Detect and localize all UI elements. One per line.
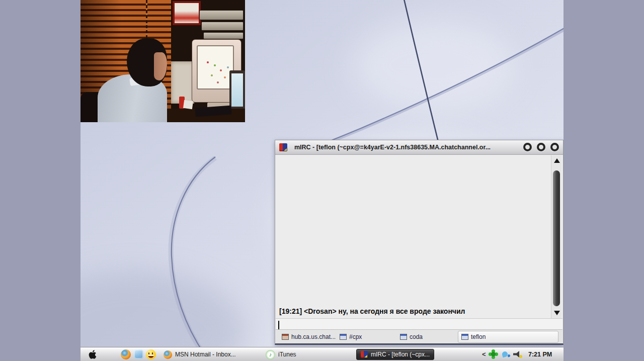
smiley-icon[interactable] [146,349,156,359]
firefox-icon [164,350,172,359]
chat-scrollbar[interactable] [551,155,561,318]
itunes-icon: ♪ [266,350,275,359]
switchbar-label: #cpx [349,333,362,340]
webcam-equipment-box [201,22,244,31]
firefox-icon[interactable] [121,349,131,359]
mirc-switchbar: hub.ca.us.chat... #cpx coda teflon [276,329,562,343]
maximize-button[interactable] [537,143,545,151]
smiley-eye [148,352,149,354]
desktop: mIRC - [teflon (~cpx@=k4yarE-v2-1.nfs386… [80,0,564,361]
tray-collapse-chevron-icon[interactable]: < [482,350,486,358]
smiley-mouth [148,355,154,358]
webcam-equipment-box [199,10,244,20]
green-flower-icon[interactable] [491,352,496,356]
mirc-icon[interactable] [279,143,287,151]
taskbar: MSN Hotmail - Inbox... ♪ iTunes mIRC - [… [80,347,564,361]
webcam-equipment-box [203,32,244,39]
webcam-video [80,0,245,122]
task-label: mIRC - [teflon (~cpx... [371,351,430,358]
switchbar-button-status[interactable]: hub.ca.us.chat... [282,331,336,343]
taskbar-task-msn-hotmail[interactable]: MSN Hotmail - Inbox... [164,349,236,360]
switchbar-label: hub.ca.us.chat... [291,333,336,340]
webcam-wall-poster [173,1,201,25]
blue-drops-icon[interactable] [502,351,508,357]
webcam-second-screen [231,73,243,107]
taskbar-task-itunes[interactable]: ♪ iTunes [266,349,296,360]
close-button[interactable] [550,143,559,151]
webcam-second-monitor [229,70,245,113]
speaker-badge [519,355,522,358]
switchbar-label: coda [410,333,423,340]
task-label: iTunes [278,351,296,358]
chat-message-area[interactable]: [19:21] <Drosan> ну, на сегодня я все вр… [276,155,550,318]
taskbar-task-mirc[interactable]: mIRC - [teflon (~cpx... [356,349,434,360]
window-title: mIRC - [teflon (~cpx@=k4yarE-v2-1.nfs386… [294,144,491,151]
window-controls [523,143,559,151]
webcam-crt-screen [197,45,234,89]
task-label: MSN Hotmail - Inbox... [175,351,236,358]
switchbar-button-teflon[interactable]: teflon [458,331,558,343]
mirc-icon [361,351,368,358]
scroll-up-icon[interactable] [554,158,560,163]
minimize-button[interactable] [523,143,532,151]
webcam-screen-content [207,61,209,63]
mirc-titlebar[interactable]: mIRC - [teflon (~cpx@=k4yarE-v2-1.nfs386… [275,140,563,155]
chat-message: [19:21] <Drosan> ну, на сегодня я все вр… [279,307,465,315]
apple-icon[interactable] [88,349,98,359]
text-caret [278,321,279,330]
switchbar-button-coda[interactable]: coda [400,331,423,343]
messenger-icon[interactable] [134,349,143,359]
query-window-icon [461,334,468,340]
mirc-window: mIRC - [teflon (~cpx@=k4yarE-v2-1.nfs386… [275,140,564,345]
channel-window-icon [340,334,347,340]
switchbar-button-channel[interactable]: #cpx [340,331,362,343]
taskbar-clock[interactable]: 7:21 PM [528,351,552,358]
webcam-desk-paper [183,100,193,109]
scroll-down-icon[interactable] [554,311,560,315]
smiley-eye [152,352,153,354]
query-window-icon [400,334,407,340]
switchbar-label: teflon [471,333,486,340]
status-window-icon [282,334,289,340]
scrollbar-thumb[interactable] [553,170,560,306]
